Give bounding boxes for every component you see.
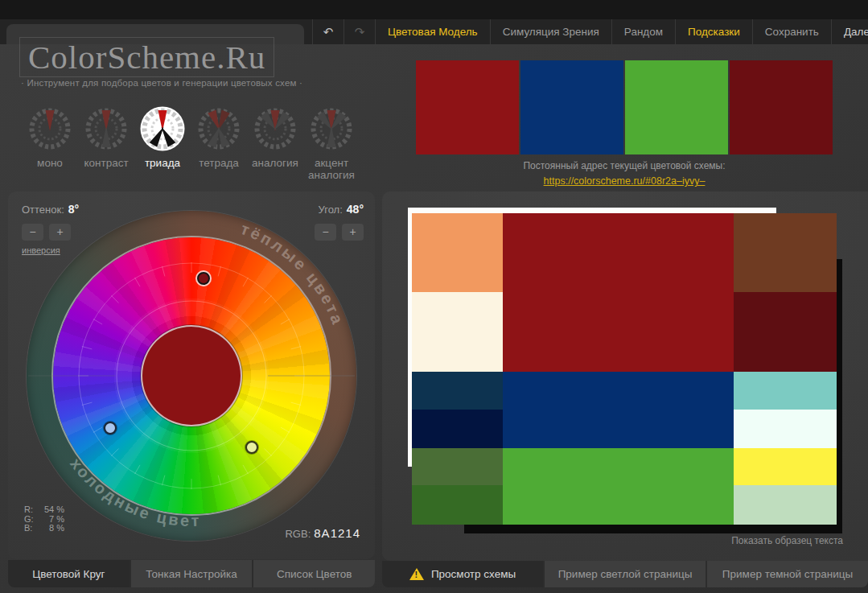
random-button[interactable]: Рандом	[611, 19, 675, 44]
angle-minus-button[interactable]: −	[315, 224, 336, 241]
preview-cell	[412, 292, 503, 372]
color-wheel-panel: Оттенок:8° Угол:48° − + − + инверсия тёп…	[8, 191, 375, 559]
undo-button[interactable]: ↶	[312, 19, 343, 44]
save-button[interactable]: Сохранить	[752, 19, 831, 44]
preview-cell-primary	[503, 213, 734, 372]
scheme-swatch-1[interactable]	[416, 60, 519, 154]
selected-color-preview	[141, 325, 242, 426]
scheme-preview-panel: Показать образец текста	[382, 191, 868, 561]
preview-cell	[412, 372, 503, 410]
preview-cell	[503, 372, 734, 448]
mode-accent-analogous[interactable]: акцент аналогия	[305, 106, 358, 181]
triad-marker-blue[interactable]	[104, 422, 117, 434]
hue-plus-button[interactable]: +	[49, 224, 71, 241]
tab-fine-tuning[interactable]: Тонкая Настройка	[130, 560, 253, 587]
b-value: 8 %	[37, 524, 64, 533]
scheme-swatch-2[interactable]	[520, 60, 623, 154]
preview-color-grid	[412, 213, 837, 525]
color-wheel-assembly: тёплые цвета холодные цвета	[27, 211, 356, 541]
rgb-percent-readout: R:54 % G:7 % B:8 %	[24, 505, 64, 533]
angle-value: 48°	[347, 203, 364, 216]
mode-mono[interactable]: моно	[23, 106, 76, 181]
preview-cell	[503, 448, 734, 525]
toolbar-buttons: ↶ ↷ Цветовая Модель Симуляция Зрения Ран…	[312, 19, 868, 44]
more-button[interactable]: Далее …	[831, 19, 868, 44]
hue-readout: Оттенок:8°	[22, 203, 79, 216]
mode-label: аналогия	[249, 157, 302, 169]
preview-cell	[412, 448, 503, 485]
undo-icon: ↶	[323, 25, 334, 39]
r-value: 54 %	[37, 505, 64, 515]
preview-cell	[734, 292, 837, 372]
mode-label: триада	[136, 157, 189, 169]
tab-color-list[interactable]: Список Цветов	[252, 560, 375, 587]
rgb-hex-readout: RGB:8A1214	[285, 526, 360, 540]
left-panel-tabs: Цветовой Круг Тонкая Настройка Список Цв…	[8, 560, 375, 587]
hints-button[interactable]: Подсказки	[675, 19, 752, 44]
preview-cell	[734, 372, 837, 410]
hue-value: 8°	[68, 203, 79, 216]
analogous-wheel-icon	[253, 106, 298, 151]
angle-plus-button[interactable]: +	[342, 224, 364, 241]
preview-cell	[734, 485, 837, 525]
top-black-bar	[0, 0, 868, 19]
triad-marker-green[interactable]	[245, 441, 258, 454]
mode-triad[interactable]: триада	[136, 106, 189, 181]
mode-contrast[interactable]: контраст	[80, 106, 133, 181]
tab-color-wheel[interactable]: Цветовой Круг	[8, 560, 130, 587]
mode-label: контраст	[80, 157, 133, 169]
preview-cell	[734, 213, 837, 292]
mode-label: тетрада	[192, 157, 245, 169]
mono-wheel-icon	[27, 106, 72, 151]
colorscheme-page: { "toolbar": { "undo_icon": "↶", "redo_i…	[0, 0, 868, 593]
preview-tabs: Просмотр схемы Пример светлой страницы П…	[382, 561, 868, 587]
preview-cell	[734, 448, 837, 485]
tab-dark-page-example[interactable]: Пример темной страницы	[706, 561, 868, 587]
scheme-mode-selector: моно контраст триада тетрада	[23, 106, 358, 181]
contrast-wheel-icon	[84, 106, 129, 151]
primary-hue-marker[interactable]	[197, 272, 210, 285]
mode-tetrad[interactable]: тетрада	[192, 106, 245, 181]
vision-simulation-button[interactable]: Симуляция Зрения	[490, 19, 611, 44]
preview-cell	[412, 410, 503, 448]
mode-analogous[interactable]: аналогия	[249, 106, 302, 181]
tab-scheme-preview[interactable]: Просмотр схемы	[382, 561, 543, 587]
triad-wheel-icon	[140, 106, 185, 151]
permalink-caption: Постоянный адрес текущей цветовой схемы:	[416, 160, 833, 171]
show-sample-text-link[interactable]: Показать образец текста	[731, 535, 843, 546]
tetrad-wheel-icon	[196, 106, 241, 151]
permalink-url[interactable]: https://colorscheme.ru/#08r2a–iyvy–	[544, 175, 706, 187]
rgb-hex-value: 8A1214	[314, 526, 360, 540]
logo[interactable]: ColorScheme.Ru	[19, 37, 274, 77]
preview-cell	[412, 213, 503, 292]
scheme-swatch-3[interactable]	[625, 60, 728, 154]
site-tagline: · Инструмент для подбора цветов и генера…	[21, 78, 302, 88]
scheme-swatch-4[interactable]	[730, 60, 833, 154]
redo-button[interactable]: ↷	[343, 19, 375, 44]
mode-label: моно	[23, 157, 76, 169]
scheme-swatch-strip	[416, 60, 833, 154]
hue-label: Оттенок:	[22, 204, 64, 216]
preview-cell	[412, 485, 503, 525]
angle-readout: Угол:48°	[319, 203, 364, 216]
preview-cell	[734, 410, 837, 448]
angle-label: Угол:	[319, 204, 343, 216]
hue-minus-button[interactable]: −	[22, 224, 43, 241]
mode-label: акцент аналогия	[305, 157, 358, 181]
accent-analogous-wheel-icon	[309, 106, 354, 151]
tab-light-page-example[interactable]: Пример светлой страницы	[543, 561, 706, 587]
tab-label: Просмотр схемы	[431, 568, 516, 580]
warning-icon	[409, 568, 424, 580]
invert-link[interactable]: инверсия	[22, 245, 60, 255]
redo-icon: ↷	[355, 25, 365, 39]
color-model-button[interactable]: Цветовая Модель	[375, 19, 490, 44]
